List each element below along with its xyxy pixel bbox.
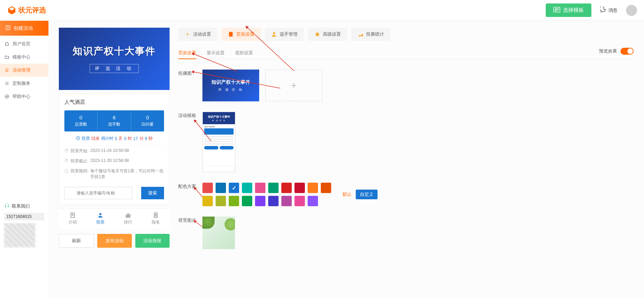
- color-swatch[interactable]: [281, 183, 292, 193]
- color-swatch[interactable]: [202, 183, 213, 193]
- advanced-icon: [314, 31, 320, 37]
- logo-text: 状元评选: [18, 6, 46, 15]
- svg-marker-28: [315, 32, 320, 37]
- search-row: 搜索: [64, 187, 164, 199]
- info-icon: ⓘ: [64, 168, 69, 174]
- clock-icon: ⏱: [64, 148, 69, 153]
- preview-banner: 知识产权十大事件 评 选 活 动: [59, 28, 170, 90]
- settings-column: 活动设置 页面设置 选手管理 高级设置 投票统计: [178, 28, 637, 291]
- color-swatch[interactable]: [216, 196, 226, 206]
- message-link[interactable]: 消息: [600, 7, 617, 14]
- info-end: ⏱ 投票截止: 2023-11-30 10:56:08: [64, 156, 164, 166]
- add-carousel-button[interactable]: +: [265, 70, 322, 101]
- sidebar-item-activity[interactable]: 活动管理: [0, 64, 48, 77]
- preview-toggle-label: 预览效果: [599, 48, 617, 54]
- color-swatch[interactable]: [242, 183, 252, 193]
- color-swatch[interactable]: [255, 196, 265, 206]
- color-swatch[interactable]: [242, 196, 252, 206]
- create-activity-button[interactable]: 创建活动: [0, 21, 48, 36]
- subtab-bottom[interactable]: 底部设置: [235, 47, 253, 59]
- logo[interactable]: 状元评选: [7, 6, 46, 15]
- svg-rect-20: [126, 215, 127, 217]
- bnav-vote[interactable]: 投票: [87, 209, 114, 229]
- color-custom-button[interactable]: 自定义: [356, 190, 378, 199]
- banner-title: 知识产权十大事件: [73, 45, 156, 58]
- color-swatch[interactable]: [308, 183, 318, 193]
- tab-activity-settings[interactable]: 活动设置: [178, 28, 217, 41]
- sidebar-item-templates[interactable]: 模板中心: [0, 51, 48, 64]
- color-swatch[interactable]: [294, 196, 305, 206]
- color-swatch[interactable]: [268, 196, 279, 206]
- search-input[interactable]: [64, 187, 132, 199]
- sidebar-item-home[interactable]: 用户首页: [0, 37, 48, 51]
- svg-marker-12: [6, 96, 8, 97]
- sidebar-label: 帮助中心: [12, 93, 30, 100]
- qrcode-image: [4, 223, 35, 247]
- bg-thumbnail[interactable]: [202, 217, 235, 249]
- header-right: 选择模板 消息: [546, 3, 637, 17]
- poster-button[interactable]: 活动海报: [135, 234, 170, 248]
- publish-button[interactable]: 发布活动: [97, 234, 131, 248]
- preview-card: 人气酒店 0 总票数 6 选手数 0 访问量: [59, 93, 170, 205]
- color-swatch[interactable]: [229, 183, 239, 193]
- sub-tab-bar: 页面设置 显示设置 底部设置: [178, 47, 637, 59]
- tab-vote-stats[interactable]: 投票统计: [351, 28, 390, 41]
- color-swatch[interactable]: [229, 196, 239, 206]
- subtab-page[interactable]: 页面设置: [178, 47, 196, 59]
- tab-contestant-mgmt[interactable]: 选手管理: [265, 28, 304, 41]
- label-carousel: 轮播图: [178, 70, 202, 101]
- sidebar-item-custom[interactable]: 定制服务: [0, 77, 48, 90]
- row-carousel: 轮播图 知识产权十大事件 评 选 活 动 +: [178, 70, 637, 101]
- info-start: ⏱ 投票开始: 2023-11-24 10:56:08: [64, 146, 164, 156]
- row-template: 活动模板 知识产权十大事件 评 选 活 动 知识产权评选: [178, 112, 637, 172]
- color-swatch[interactable]: [202, 196, 213, 206]
- user-icon: [271, 31, 277, 37]
- folder-icon: [4, 54, 10, 60]
- info-rules: ⓘ 投票规则: 每个微信号每天可投1票，可以对同一选手投1票: [64, 166, 164, 182]
- row-bg: 背景图片: [178, 217, 637, 249]
- tab-page-settings[interactable]: 页面设置: [221, 28, 261, 41]
- select-template-button[interactable]: 选择模板: [546, 3, 591, 17]
- clock-icon: [76, 136, 80, 142]
- svg-point-25: [187, 34, 189, 35]
- svg-point-27: [273, 32, 275, 34]
- settings-icon: [184, 31, 191, 37]
- template-icon: [553, 7, 560, 13]
- main-tab-bar: 活动设置 页面设置 选手管理 高级设置 投票统计: [178, 28, 637, 41]
- color-default-link[interactable]: 默认: [343, 191, 352, 198]
- color-swatch[interactable]: [255, 183, 265, 193]
- refresh-button[interactable]: 刷新: [59, 234, 94, 248]
- sidebar-item-help[interactable]: 帮助中心: [0, 90, 48, 103]
- color-swatch[interactable]: [321, 183, 331, 193]
- color-swatch[interactable]: [216, 183, 226, 193]
- color-swatch[interactable]: [308, 196, 318, 206]
- clock-icon: ⏱: [64, 158, 69, 163]
- bnav-intro[interactable]: 介绍: [59, 209, 87, 229]
- svg-point-24: [155, 214, 156, 215]
- carousel-thumbnail[interactable]: 知识产权十大事件 评 选 活 动: [202, 70, 259, 101]
- gear-icon: [4, 81, 10, 86]
- avatar[interactable]: [626, 5, 637, 16]
- message-icon: [600, 7, 606, 14]
- color-swatch[interactable]: [294, 183, 305, 193]
- page-icon: [228, 31, 234, 37]
- compass-icon: [4, 94, 10, 99]
- plus-box-icon: [5, 25, 11, 31]
- svg-point-19: [99, 213, 101, 215]
- top-header: 状元评选 选择模板 消息: [0, 0, 644, 21]
- preview-toggle[interactable]: [620, 48, 634, 55]
- svg-point-10: [6, 83, 8, 84]
- label-bg: 背景图片: [178, 217, 202, 249]
- color-swatch[interactable]: [268, 183, 279, 193]
- bnav-signup[interactable]: 报名: [142, 209, 170, 229]
- color-swatch[interactable]: [281, 196, 292, 206]
- tab-advanced-settings[interactable]: 高级设置: [308, 28, 347, 41]
- template-thumbnail[interactable]: 知识产权十大事件 评 选 活 动 知识产权评选: [202, 112, 235, 172]
- subtab-display[interactable]: 显示设置: [207, 47, 225, 59]
- select-template-label: 选择模板: [563, 7, 584, 13]
- search-button[interactable]: 搜索: [141, 187, 164, 199]
- contact-phone[interactable]: 15271608015: [4, 213, 44, 220]
- sidebar-label: 用户首页: [12, 41, 30, 47]
- home-icon: [4, 41, 10, 47]
- bnav-rank[interactable]: 排行: [114, 209, 142, 229]
